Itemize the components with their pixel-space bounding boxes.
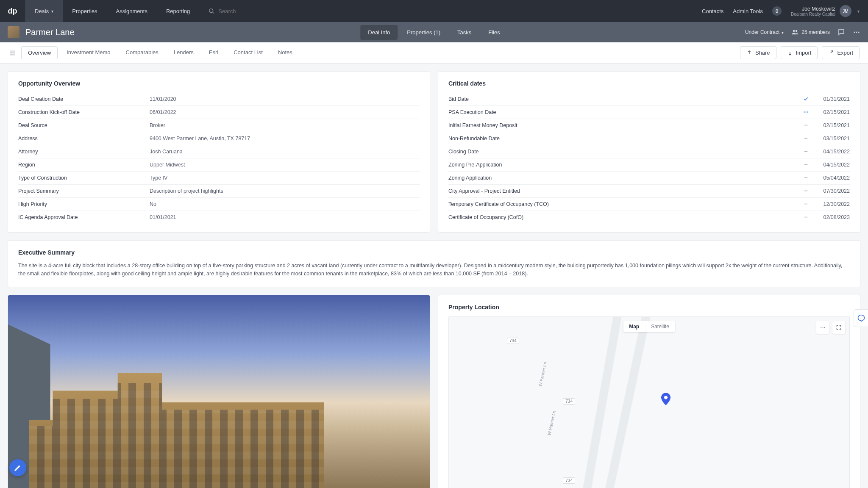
table-row[interactable]: Temporary Certificate of Occupancy (TCO)… bbox=[448, 198, 850, 211]
field-date: 01/31/2021 bbox=[812, 96, 850, 102]
table-row[interactable]: High PriorityNo bbox=[18, 198, 420, 211]
subtab-lenders[interactable]: Lenders bbox=[167, 46, 200, 59]
search-icon bbox=[209, 8, 215, 14]
table-row[interactable]: Closing Date04/15/2022 bbox=[448, 145, 850, 158]
people-icon bbox=[791, 28, 799, 36]
subtab-comparables[interactable]: Comparables bbox=[120, 46, 165, 59]
edit-fab[interactable] bbox=[9, 459, 26, 476]
tab-properties[interactable]: Properties (1) bbox=[399, 25, 448, 40]
deal-members[interactable]: 25 members bbox=[791, 28, 830, 36]
export-label: Export bbox=[837, 50, 853, 56]
subtab-esri[interactable]: Esri bbox=[203, 46, 225, 59]
property-location-card: Property Location Map Satellite ⋯ W Parm… bbox=[438, 295, 860, 488]
deal-title: Parmer Lane bbox=[25, 28, 75, 37]
content: Opportunity Overview Deal Creation Date1… bbox=[0, 64, 868, 488]
share-label: Share bbox=[755, 50, 770, 56]
table-row[interactable]: Bid Date01/31/2021 bbox=[448, 93, 850, 106]
table-row[interactable]: IC Agenda Approval Date01/01/2021 bbox=[18, 211, 420, 224]
table-row[interactable]: Type of ConstructionType IV bbox=[18, 172, 420, 185]
field-label: PSA Execution Date bbox=[448, 109, 800, 115]
nav-admin-tools[interactable]: Admin Tools bbox=[733, 0, 763, 22]
svg-point-11 bbox=[805, 111, 806, 112]
map[interactable]: Map Satellite ⋯ W Parmer Ln W Parmer Ln … bbox=[448, 316, 850, 488]
svg-point-2 bbox=[793, 30, 795, 32]
critical-title: Critical dates bbox=[448, 80, 850, 87]
subtab-investment-memo[interactable]: Investment Memo bbox=[60, 46, 117, 59]
table-row[interactable]: Deal Creation Date11/01/2020 bbox=[18, 93, 420, 106]
status-icon bbox=[800, 122, 812, 128]
table-row[interactable]: Deal SourceBroker bbox=[18, 119, 420, 132]
field-label: High Priority bbox=[18, 201, 150, 207]
nav-reporting-label: Reporting bbox=[166, 8, 190, 14]
list-toggle-icon[interactable] bbox=[8, 49, 16, 57]
map-title: Property Location bbox=[448, 304, 850, 311]
route-badge: 734 bbox=[507, 338, 519, 344]
field-label: Temporary Certificate of Occupancy (TCO) bbox=[448, 201, 800, 207]
table-row[interactable]: Project SummaryDescription of project hi… bbox=[18, 185, 420, 198]
map-mode-satellite[interactable]: Satellite bbox=[645, 321, 675, 332]
nav-properties[interactable]: Properties bbox=[63, 0, 106, 22]
more-icon[interactable] bbox=[853, 28, 860, 36]
property-image-card bbox=[8, 295, 430, 488]
deal-status-dropdown[interactable]: Under Contract ▾ bbox=[745, 29, 784, 35]
field-date: 05/04/2022 bbox=[812, 175, 850, 181]
field-value: Upper Midwest bbox=[150, 162, 420, 168]
subtab-overview[interactable]: Overview bbox=[21, 46, 58, 59]
import-button[interactable]: Import bbox=[781, 46, 818, 59]
logo[interactable]: dp bbox=[0, 0, 25, 22]
critical-table: Bid Date01/31/2021PSA Execution Date02/1… bbox=[448, 93, 850, 224]
user-fullname: Joe Moskowitz bbox=[791, 6, 835, 12]
field-date: 04/15/2022 bbox=[812, 162, 850, 168]
map-fullscreen-icon[interactable] bbox=[832, 321, 845, 334]
field-date: 12/30/2022 bbox=[812, 201, 850, 207]
map-more-icon[interactable]: ⋯ bbox=[816, 321, 829, 334]
table-row[interactable]: RegionUpper Midwest bbox=[18, 158, 420, 172]
table-row[interactable]: Address9400 West Parmer Lane, Austin, TX… bbox=[18, 132, 420, 145]
user-org: Dealpath Realty Capital bbox=[791, 12, 835, 17]
tab-deal-info-label: Deal Info bbox=[368, 29, 390, 36]
table-row[interactable]: Zoning Application05/04/2022 bbox=[448, 172, 850, 185]
executive-text: The site is a 4-acre full city block tha… bbox=[18, 262, 850, 278]
nav-deals[interactable]: Deals ▾ bbox=[25, 0, 63, 22]
table-row[interactable]: Construction Kick-off Date06/01/2022 bbox=[18, 106, 420, 119]
nav-assignments[interactable]: Assignments bbox=[107, 0, 157, 22]
tab-tasks[interactable]: Tasks bbox=[450, 25, 479, 40]
table-row[interactable]: Certificate of Occupancy (CofO)02/08/202… bbox=[448, 211, 850, 224]
table-row[interactable]: Non-Refundable Date03/15/2021 bbox=[448, 132, 850, 145]
notif-count: 0 bbox=[776, 8, 778, 14]
nav-properties-label: Properties bbox=[72, 8, 97, 14]
field-date: 02/08/2023 bbox=[812, 214, 850, 220]
field-value: Broker bbox=[150, 122, 420, 128]
status-icon bbox=[800, 136, 812, 141]
svg-point-0 bbox=[209, 8, 213, 12]
help-fab[interactable] bbox=[854, 309, 868, 327]
nav-contacts-label: Contacts bbox=[702, 8, 723, 14]
svg-point-6 bbox=[858, 32, 860, 33]
table-row[interactable]: City Approval - Project Entitled07/30/20… bbox=[448, 185, 850, 198]
share-button[interactable]: Share bbox=[740, 46, 776, 59]
export-icon bbox=[828, 50, 834, 56]
map-road-label: W Parmer Ln bbox=[547, 410, 556, 435]
table-row[interactable]: AttorneyJosh Caruana bbox=[18, 145, 420, 158]
svg-line-1 bbox=[213, 12, 214, 13]
comment-icon[interactable] bbox=[837, 28, 845, 36]
map-mode-map[interactable]: Map bbox=[623, 321, 645, 332]
nav-reporting[interactable]: Reporting bbox=[157, 0, 199, 22]
search-input[interactable] bbox=[215, 6, 291, 16]
table-row[interactable]: Zoning Pre-Application04/15/2022 bbox=[448, 158, 850, 172]
nav-contacts[interactable]: Contacts bbox=[702, 0, 723, 22]
tab-files[interactable]: Files bbox=[481, 25, 507, 40]
status-icon bbox=[800, 214, 812, 220]
tab-deal-info[interactable]: Deal Info bbox=[360, 25, 398, 40]
subtab-contact-list[interactable]: Contact List bbox=[227, 46, 269, 59]
subtab-notes[interactable]: Notes bbox=[272, 46, 299, 59]
status-icon bbox=[800, 162, 812, 168]
svg-point-5 bbox=[856, 32, 857, 33]
table-row[interactable]: PSA Execution Date02/15/2021 bbox=[448, 106, 850, 119]
table-row[interactable]: Initial Earnest Money Deposit02/15/2021 bbox=[448, 119, 850, 132]
field-label: Address bbox=[18, 136, 150, 141]
export-button[interactable]: Export bbox=[822, 46, 860, 59]
import-icon bbox=[787, 50, 793, 56]
user-menu[interactable]: Joe Moskowitz Dealpath Realty Capital JM… bbox=[791, 5, 860, 17]
notifications-badge[interactable]: 0 bbox=[772, 6, 782, 16]
